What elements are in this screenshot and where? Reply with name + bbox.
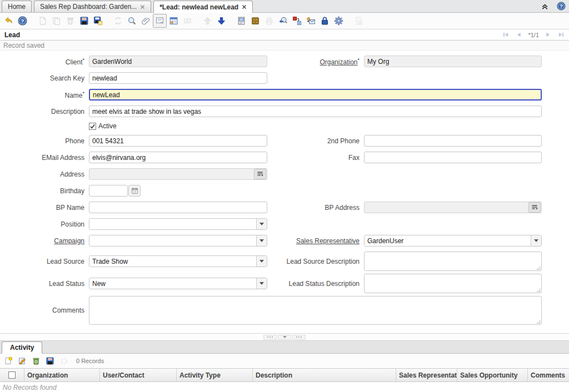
lead-source-field[interactable] [89, 255, 267, 267]
last-record-icon [557, 31, 565, 38]
requests-icon[interactable] [304, 14, 318, 28]
help-icon[interactable]: ? [557, 2, 566, 11]
phone2-label: 2nd Phone [267, 137, 364, 145]
find-icon[interactable] [125, 14, 139, 28]
lead-source-label: Lead Source [0, 258, 89, 265]
workflow-icon[interactable] [290, 14, 304, 28]
panel-splitter[interactable] [0, 333, 569, 341]
email-field[interactable] [89, 152, 267, 163]
resize-grip-icon[interactable] [537, 266, 541, 270]
description-label: Description [0, 108, 89, 115]
column-header-sales-opportunity[interactable]: Sales Opportunity [457, 369, 528, 381]
activity-tab-label: Activity [10, 344, 34, 351]
column-header-user-contact[interactable]: User/Contact [100, 369, 177, 381]
organization-label[interactable]: Organization* [267, 57, 364, 66]
select-all-cell [0, 369, 24, 381]
fax-field[interactable] [364, 152, 542, 163]
record-indicator: *1/1 [528, 32, 539, 38]
address-label: Address [0, 170, 89, 178]
svg-text:?: ? [560, 3, 563, 9]
phone-label: Phone [0, 137, 89, 145]
close-icon[interactable] [242, 4, 247, 9]
tab-activity[interactable]: Activity [2, 341, 42, 354]
lead-source-description-field[interactable] [364, 252, 542, 271]
splitter-collapse-icon[interactable] [278, 335, 291, 340]
customize-gear-icon[interactable] [332, 14, 346, 28]
lock-icon[interactable] [318, 14, 332, 28]
zoom-across-icon[interactable] [276, 14, 290, 28]
tab-home-label: Home [8, 3, 26, 11]
tab-dashboard-label: Sales Rep Dashboard: Garden... [40, 3, 137, 11]
address-editor-icon[interactable] [254, 169, 266, 179]
previous-record-icon [201, 14, 214, 28]
chevron-down-icon[interactable] [256, 256, 267, 267]
sales-representative-field[interactable] [364, 235, 542, 247]
search-key-field[interactable] [89, 72, 267, 84]
save-icon[interactable] [77, 14, 91, 28]
record-pager: *1/1 [502, 31, 565, 38]
column-header-organization[interactable]: Organization [24, 369, 100, 381]
birthday-field[interactable] [89, 185, 128, 197]
tab-home[interactable]: Home [2, 1, 32, 12]
lead-status-input[interactable] [89, 278, 256, 289]
close-icon[interactable] [140, 4, 145, 9]
export-icon [352, 14, 366, 28]
help-icon[interactable]: ? [16, 14, 29, 28]
birthday-label: Birthday [0, 187, 89, 195]
save-and-create-icon[interactable] [91, 14, 105, 28]
splitter-grip-icon[interactable] [292, 335, 306, 340]
name-field[interactable] [89, 89, 542, 100]
undo-icon[interactable] [2, 14, 16, 28]
delete-record-icon [63, 14, 77, 28]
tab-sales-rep-dashboard[interactable]: Sales Rep Dashboard: Garden... [34, 1, 151, 12]
sales-representative-input[interactable] [365, 235, 531, 246]
next-record-icon[interactable] [214, 14, 228, 28]
position-field[interactable] [89, 218, 267, 230]
resize-grip-icon[interactable] [537, 288, 541, 292]
position-input[interactable] [89, 219, 256, 229]
calendar-icon[interactable] [128, 185, 141, 197]
previous-page-icon [515, 31, 522, 38]
lead-status-description-field[interactable] [364, 274, 542, 293]
bp-name-field[interactable] [89, 202, 267, 213]
chevron-down-icon[interactable] [531, 235, 541, 246]
bp-address-editor-icon[interactable] [528, 202, 541, 213]
report-icon[interactable] [234, 14, 248, 28]
campaign-field[interactable] [89, 235, 267, 247]
new-row-icon[interactable] [2, 355, 14, 367]
delete-row-icon[interactable] [30, 355, 42, 367]
archive-icon[interactable] [248, 14, 262, 28]
column-header-description[interactable]: Description [253, 369, 396, 381]
column-header-comments[interactable]: Comments [528, 369, 569, 381]
chevron-down-icon[interactable] [256, 278, 267, 289]
splitter-grip-icon[interactable] [263, 335, 277, 340]
active-checkbox[interactable] [89, 123, 96, 130]
phone-field[interactable] [89, 135, 267, 147]
grid-toggle-icon[interactable] [167, 14, 181, 28]
lead-status-field[interactable] [89, 278, 267, 289]
comments-label: Comments [0, 306, 89, 314]
campaign-label[interactable]: Campaign [0, 237, 89, 245]
comments-field[interactable] [89, 296, 542, 325]
chevron-down-icon[interactable] [256, 235, 267, 246]
search-key-label: Search Key [0, 74, 89, 82]
select-all-checkbox[interactable] [8, 371, 16, 379]
column-header-sales-representative[interactable]: Sales Representative [396, 369, 457, 381]
collapse-chevron-icon[interactable] [541, 2, 549, 11]
description-field[interactable] [89, 105, 542, 117]
resize-grip-icon[interactable] [537, 320, 541, 324]
attachment-icon[interactable] [139, 14, 153, 28]
tab-lead[interactable]: *Lead: newlead newLead [153, 1, 253, 13]
lead-source-input[interactable] [89, 256, 256, 267]
campaign-input[interactable] [89, 235, 256, 246]
save-row-icon[interactable] [44, 355, 56, 367]
window-titlebar: Lead *1/1 [0, 29, 569, 41]
phone2-field[interactable] [364, 135, 542, 147]
email-label: EMail Address [0, 154, 89, 162]
sales-representative-label[interactable]: Sales Representative [267, 237, 364, 245]
chat-icon[interactable] [153, 14, 167, 28]
position-label: Position [0, 220, 89, 228]
column-header-activity-type[interactable]: Activity Type [177, 369, 253, 381]
chevron-down-icon[interactable] [256, 219, 267, 229]
edit-row-icon[interactable] [16, 355, 28, 367]
